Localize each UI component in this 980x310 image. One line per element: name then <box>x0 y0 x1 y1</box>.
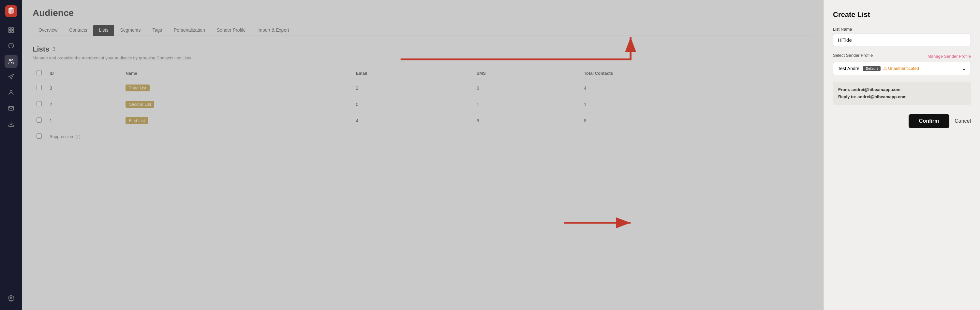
list-name-label: List Name <box>833 27 971 32</box>
modal-overlay <box>22 0 824 310</box>
svg-rect-3 <box>9 31 11 33</box>
from-info: From: andrei@hibeamapp.com <box>838 86 966 93</box>
sidebar-item-audience[interactable] <box>5 55 18 68</box>
sidebar-item-contacts[interactable] <box>5 86 18 99</box>
from-value: andrei@hibeamapp.com <box>851 87 900 92</box>
svg-rect-2 <box>12 28 14 30</box>
svg-point-6 <box>10 59 11 61</box>
create-list-panel: Create List List Name Select Sender Prof… <box>824 0 980 310</box>
reply-label: Reply to: <box>838 94 856 99</box>
select-box-content: Test Andrei Default ⚠ Unauthenticated <box>838 66 919 71</box>
panel-title: Create List <box>833 10 971 19</box>
from-label: From: <box>838 87 850 92</box>
list-name-input[interactable] <box>833 34 971 46</box>
dropdown-chevron-icon: ⌄ <box>962 65 966 72</box>
svg-point-11 <box>10 297 12 299</box>
sender-profile-label-row: Select Sender Profile Manage Sender Prof… <box>833 53 971 60</box>
svg-rect-4 <box>12 31 14 33</box>
app-logo[interactable] <box>5 5 17 17</box>
sidebar-item-export[interactable] <box>5 117 18 131</box>
sender-name: Test Andrei <box>838 66 860 71</box>
svg-point-8 <box>10 90 13 93</box>
sidebar-item-dashboard[interactable] <box>5 24 18 37</box>
sender-info-box: From: andrei@hibeamapp.com Reply to: and… <box>833 81 971 105</box>
default-badge: Default <box>863 66 880 71</box>
sidebar-item-settings[interactable] <box>5 292 18 305</box>
main-content: Audience Overview Contacts Lists Segment… <box>22 0 824 310</box>
list-name-field: List Name <box>833 27 971 46</box>
cancel-button[interactable]: Cancel <box>955 118 971 124</box>
sender-profile-field: Select Sender Profile Manage Sender Prof… <box>833 53 971 75</box>
confirm-button[interactable]: Confirm <box>908 114 949 128</box>
reply-to-info: Reply to: andrei@hibeamapp.com <box>838 93 966 101</box>
reply-value: andrei@hibeamapp.com <box>858 94 907 99</box>
manage-sender-profile-link[interactable]: Manage Sender Profile <box>928 54 971 59</box>
unauth-badge: ⚠ Unauthenticated <box>883 66 919 71</box>
sender-profile-label: Select Sender Profile <box>833 53 873 58</box>
svg-rect-1 <box>9 28 11 30</box>
sidebar-item-campaigns[interactable] <box>5 70 18 83</box>
sidebar-item-analytics[interactable] <box>5 39 18 52</box>
sidebar-item-messages[interactable] <box>5 102 18 115</box>
action-row: Confirm Cancel <box>833 114 971 128</box>
sidebar <box>0 0 22 310</box>
sender-profile-select[interactable]: Test Andrei Default ⚠ Unauthenticated ⌄ <box>833 62 971 75</box>
svg-point-7 <box>12 60 13 61</box>
